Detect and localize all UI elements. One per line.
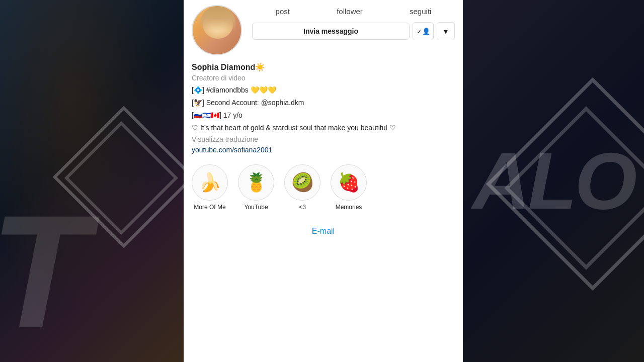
- highlight-circle-1: 🍌: [192, 164, 228, 201]
- highlight-circle-2: 🍍: [238, 164, 274, 201]
- dropdown-button[interactable]: ▾: [437, 22, 455, 40]
- highlight-youtube[interactable]: 🍍 YouTube: [238, 164, 274, 211]
- background-right: ALO: [463, 0, 644, 362]
- follow-button[interactable]: ✓👤: [413, 22, 434, 40]
- profile-category: Creatore di video: [192, 74, 455, 82]
- bio-line-4: ♡ It’s that heart of gold & stardust sou…: [192, 123, 455, 133]
- highlight-label-2: YouTube: [244, 204, 268, 211]
- bio-website-link[interactable]: youtube.com/sofiana2001: [192, 146, 272, 154]
- bio-line-3: [🇷🇺🇮🇱🇨🇦] 17 y/o: [192, 110, 455, 121]
- email-section: E-mail: [184, 219, 463, 244]
- highlight-label-4: Memories: [336, 204, 362, 211]
- stat-seguiti-label: seguiti: [410, 7, 431, 16]
- highlight-more-of-me[interactable]: 🍌 More Of Me: [192, 164, 228, 211]
- highlight-circle-4: 🍓: [331, 164, 367, 201]
- bio-translate[interactable]: Visualizza traduzione: [192, 135, 455, 143]
- profile-header: post follower seguiti Invia messaggio ✓👤…: [184, 0, 463, 60]
- highlight-circle-3: 🥝: [284, 164, 320, 201]
- stat-post-label: post: [276, 7, 290, 16]
- stat-post[interactable]: post: [276, 7, 290, 16]
- bio-section: Sophia Diamond☀️ Creatore di video [💠] #…: [184, 60, 463, 160]
- highlight-emoji-3: 🥝: [291, 172, 314, 193]
- highlight-emoji-4: 🍓: [338, 172, 360, 193]
- diamond-decoration-2: [64, 121, 178, 234]
- highlight-label-1: More Of Me: [194, 204, 225, 211]
- profile-name: Sophia Diamond☀️: [192, 62, 455, 72]
- stat-seguiti[interactable]: seguiti: [410, 7, 431, 16]
- highlight-emoji-2: 🍍: [245, 172, 268, 193]
- message-button[interactable]: Invia messaggio: [252, 23, 410, 40]
- right-bg-text: ALO: [472, 135, 635, 227]
- email-link[interactable]: E-mail: [312, 227, 335, 235]
- background-left: [0, 0, 184, 362]
- stats-row: post follower seguiti: [252, 7, 455, 16]
- action-row: Invia messaggio ✓👤 ▾: [252, 22, 455, 40]
- bg-left-overlay: [0, 0, 184, 362]
- bio-line-2: [🦅] Second Account: @sophia.dkm: [192, 98, 455, 108]
- highlights-section: 🍌 More Of Me 🍍 YouTube 🥝 <3 🍓 Memories: [184, 160, 463, 219]
- highlight-memories[interactable]: 🍓 Memories: [331, 164, 367, 211]
- bio-line-2-text: [🦅] Second Account: @sophia.dkm: [192, 99, 304, 107]
- highlight-label-3: <3: [299, 204, 306, 211]
- highlight-emoji-1: 🍌: [199, 172, 221, 193]
- chevron-down-icon: ▾: [444, 27, 448, 36]
- stat-follower[interactable]: follower: [337, 7, 363, 16]
- highlight-heart[interactable]: 🥝 <3: [284, 164, 320, 211]
- follow-icon: ✓👤: [417, 28, 430, 35]
- bio-line-1: [💠] #diamondbbs 💛💛💛: [192, 85, 455, 96]
- profile-panel: post follower seguiti Invia messaggio ✓👤…: [184, 0, 463, 362]
- avatar: [192, 5, 242, 55]
- avatar-wrapper: [192, 5, 242, 55]
- stats-area: post follower seguiti Invia messaggio ✓👤…: [252, 5, 455, 40]
- stat-follower-label: follower: [337, 7, 363, 16]
